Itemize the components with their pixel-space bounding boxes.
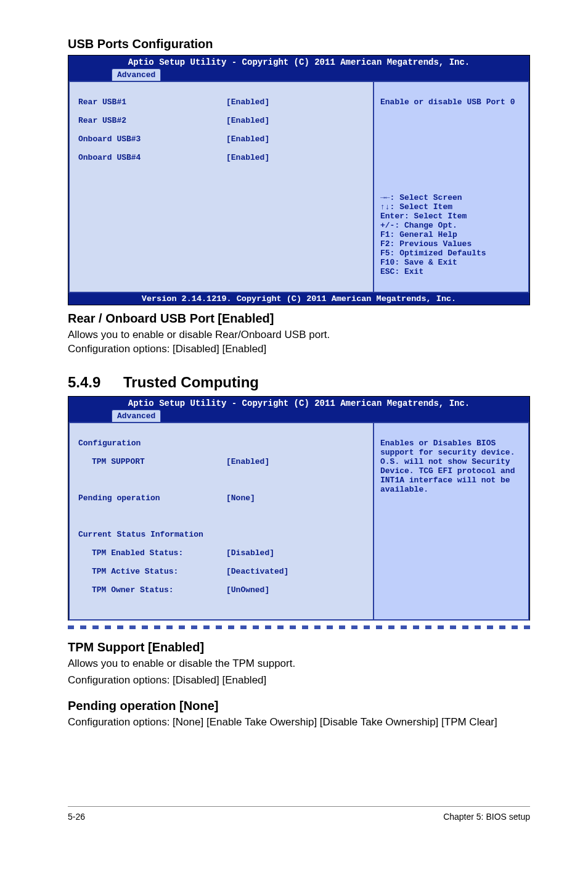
bios-row-onboard-usb3[interactable]: Onboard USB#3[Enabled] xyxy=(78,134,364,144)
bios-help-pane: Enables or Disables BIOS support for sec… xyxy=(373,422,529,621)
bios-row-label: TPM Enabled Status: xyxy=(78,548,226,558)
tpm-support-heading: TPM Support [Enabled] xyxy=(68,640,530,654)
section-title-text: Trusted Computing xyxy=(123,374,259,390)
bios-version-footer: Version 2.14.1219. Copyright (C) 2011 Am… xyxy=(68,293,529,305)
bios-panel-trusted: Aptio Setup Utility - Copyright (C) 2011… xyxy=(68,396,530,621)
bios-row-value: [Enabled] xyxy=(226,116,269,125)
bios-row-label: TPM SUPPORT xyxy=(78,457,226,466)
trusted-computing-heading: 5.4.9Trusted Computing xyxy=(68,374,530,391)
chapter-label: Chapter 5: BIOS setup xyxy=(443,812,530,822)
bios-group-label: Current Status Information xyxy=(78,530,203,539)
bios-help-pane: Enable or disable USB Port 0 →←: Select … xyxy=(373,81,529,293)
bios-row-pending-operation[interactable]: Pending operation[None] xyxy=(78,493,364,503)
bios-title-text: Aptio Setup Utility - Copyright (C) 2011… xyxy=(68,398,529,408)
truncated-indicator xyxy=(68,625,530,629)
bios-settings-pane: Rear USB#1[Enabled] Rear USB#2[Enabled] … xyxy=(68,81,373,293)
bios-row-tpm-enabled-status: TPM Enabled Status:[Disabled] xyxy=(78,548,364,558)
bios-row-tpm-support[interactable]: TPM SUPPORT[Enabled] xyxy=(78,457,364,466)
bios-group-configuration: Configuration xyxy=(78,439,364,448)
usb-ports-config-heading: USB Ports Configuration xyxy=(68,37,530,51)
bios-help-text: Enable or disable USB Port 0 xyxy=(380,97,522,107)
bios-row-value: [Enabled] xyxy=(226,97,269,107)
bios-group-label: Configuration xyxy=(78,439,226,448)
bios-row-value: [Deactivated] xyxy=(226,567,288,576)
pending-operation-desc: Configuration options: [None] [Enable Ta… xyxy=(68,716,530,730)
tpm-support-desc-1: Allows you to enable or disable the TPM … xyxy=(68,657,530,671)
tpm-support-desc-2: Configuration options: [Disabled] [Enabl… xyxy=(68,674,530,688)
bios-row-label: Pending operation xyxy=(78,493,226,503)
page-footer: 5-26 Chapter 5: BIOS setup xyxy=(0,807,588,840)
bios-title-text: Aptio Setup Utility - Copyright (C) 2011… xyxy=(68,57,529,67)
bios-group-current-status: Current Status Information xyxy=(78,530,364,539)
bios-row-value: [Disabled] xyxy=(226,548,274,558)
bios-settings-pane: Configuration TPM SUPPORT[Enabled] Pendi… xyxy=(68,422,373,621)
bios-titlebar: Aptio Setup Utility - Copyright (C) 2011… xyxy=(68,397,529,422)
rear-onboard-usb-heading: Rear / Onboard USB Port [Enabled] xyxy=(68,311,530,326)
section-number: 5.4.9 xyxy=(68,374,123,391)
bios-row-rear-usb1[interactable]: Rear USB#1[Enabled] xyxy=(78,97,364,107)
bios-row-value: [None] xyxy=(226,493,255,503)
bios-row-value: [Enabled] xyxy=(226,153,269,162)
bios-row-rear-usb2[interactable]: Rear USB#2[Enabled] xyxy=(78,116,364,125)
bios-row-label: Onboard USB#3 xyxy=(78,134,226,144)
bios-row-label: TPM Owner Status: xyxy=(78,585,226,595)
bios-help-text: Enables or Disables BIOS support for sec… xyxy=(380,439,522,494)
bios-tab-advanced[interactable]: Advanced xyxy=(112,68,161,81)
bios-tab-advanced[interactable]: Advanced xyxy=(112,410,161,422)
bios-row-tpm-owner-status: TPM Owner Status:[UnOwned] xyxy=(78,585,364,595)
bios-row-tpm-active-status: TPM Active Status:[Deactivated] xyxy=(78,567,364,576)
bios-row-label: Onboard USB#4 xyxy=(78,153,226,162)
bios-panel-usb: Aptio Setup Utility - Copyright (C) 2011… xyxy=(68,55,530,305)
rear-onboard-usb-desc: Allows you to enable or disable Rear/Onb… xyxy=(68,328,530,357)
bios-row-label: TPM Active Status: xyxy=(78,567,226,576)
bios-row-value: [Enabled] xyxy=(226,457,269,466)
bios-row-label: Rear USB#1 xyxy=(78,97,226,107)
bios-row-value: [Enabled] xyxy=(226,134,269,144)
bios-row-value: [UnOwned] xyxy=(226,585,269,595)
bios-titlebar: Aptio Setup Utility - Copyright (C) 2011… xyxy=(68,56,529,81)
page-number: 5-26 xyxy=(68,812,85,822)
bios-row-onboard-usb4[interactable]: Onboard USB#4[Enabled] xyxy=(78,153,364,162)
pending-operation-heading: Pending operation [None] xyxy=(68,699,530,713)
bios-row-label: Rear USB#2 xyxy=(78,116,226,125)
bios-key-hints: →←: Select Screen ↑↓: Select Item Enter:… xyxy=(380,193,522,276)
